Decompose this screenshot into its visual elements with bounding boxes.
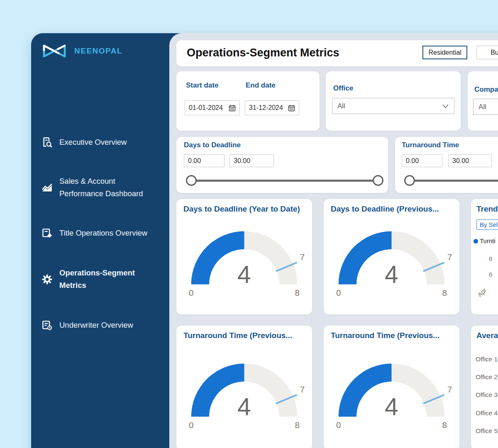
office-dropdown[interactable]: All xyxy=(332,98,454,114)
company-dropdown[interactable]: All xyxy=(473,99,498,115)
svg-text:4: 4 xyxy=(237,393,251,421)
end-date-value: 31-12-2024 xyxy=(249,104,283,112)
sidebar-item-label: Sales & Account Performance Dashboard xyxy=(59,175,150,200)
legend-dot-icon xyxy=(474,239,478,243)
days-to-deadline-filter-title: Days to Deadline xyxy=(184,141,241,149)
sidebar-item-underwriter-overview[interactable]: Underwriter Overview xyxy=(42,319,166,331)
turnaround-time-min-input[interactable]: 0.00 xyxy=(402,154,442,167)
sidebar-item-label: Operations-Segment Metrics xyxy=(59,267,150,292)
start-date-input[interactable]: 01-01-2024 xyxy=(185,100,240,115)
svg-text:8: 8 xyxy=(295,288,300,297)
svg-text:8: 8 xyxy=(295,420,300,429)
brand-name: NEENOPAL xyxy=(74,46,122,56)
sidebar-item-label: Executive Overview xyxy=(59,136,150,149)
gauge-chart: 4087 xyxy=(183,351,305,431)
days-to-deadline-slider-track[interactable] xyxy=(191,180,378,182)
svg-text:7: 7 xyxy=(300,252,305,262)
sidebar-item-sales-account-performance[interactable]: Sales & Account Performance Dashboard xyxy=(42,175,166,200)
svg-text:0: 0 xyxy=(336,288,341,297)
bar-category-label: Office 2 xyxy=(476,373,498,381)
company-label: Compa xyxy=(474,85,498,94)
gauge-card-days-to-deadline-ytd: Days to Deadline (Year to Date) 4087 xyxy=(176,199,312,314)
svg-text:4: 4 xyxy=(385,393,398,421)
gauge-card-turnaround-time-previous-1: Turnaround Time (Previous... 4087 xyxy=(176,326,312,448)
bar-category-label: Office 5 xyxy=(476,427,498,435)
sidebar-item-label: Title Operations Overview xyxy=(59,227,150,239)
turnaround-time-slider-handle-min[interactable] xyxy=(404,175,415,186)
svg-text:7: 7 xyxy=(447,252,452,262)
days-to-deadline-max-input[interactable]: 30.00 xyxy=(229,154,274,167)
gauge-title: Days to Deadline (Previous... xyxy=(331,205,439,214)
range-max-value: 30.00 xyxy=(452,157,469,165)
sidebar-item-label: Underwriter Overview xyxy=(59,319,150,331)
range-min-value: 0.00 xyxy=(188,157,201,165)
svg-text:8: 8 xyxy=(442,420,447,429)
gauge-title: Days to Deadline (Year to Date) xyxy=(183,205,300,214)
trend-chart-card xyxy=(471,199,498,314)
trend-chart-title: Trend xyxy=(476,205,498,214)
line-chart-icon xyxy=(42,182,53,193)
office-label: Office xyxy=(333,84,353,93)
average-chart-title: Avera xyxy=(476,331,498,340)
svg-text:7: 7 xyxy=(300,385,305,394)
svg-text:0: 0 xyxy=(336,420,341,429)
trend-y-tick: 8 xyxy=(489,255,492,262)
start-date-label: Start date xyxy=(186,81,218,90)
turnaround-time-filter-title: Turnaround Time xyxy=(402,141,459,149)
office-dropdown-value: All xyxy=(337,102,345,110)
turnaround-time-slider-track[interactable] xyxy=(410,180,498,182)
end-date-label: End date xyxy=(246,81,276,90)
end-date-input[interactable]: 31-12-2024 xyxy=(245,100,299,115)
calendar-icon[interactable] xyxy=(229,105,236,112)
start-date-value: 01-01-2024 xyxy=(189,104,223,112)
range-min-value: 0.00 xyxy=(406,157,419,165)
bar-category-label: Office 4 xyxy=(476,409,498,417)
trend-y-tick: 6 xyxy=(489,271,492,278)
bar-category-label: Office 3 xyxy=(476,391,498,399)
svg-text:0: 0 xyxy=(189,288,193,297)
svg-text:7: 7 xyxy=(447,385,452,394)
gauge-chart: 4087 xyxy=(183,219,305,298)
svg-text:4: 4 xyxy=(385,261,398,288)
turnaround-time-max-input[interactable]: 30.00 xyxy=(448,154,492,167)
range-max-value: 30.00 xyxy=(234,157,250,165)
sidebar-item-title-operations-overview[interactable]: Title Operations Overview xyxy=(42,227,166,239)
svg-text:8: 8 xyxy=(442,288,447,297)
days-to-deadline-slider-handle-max[interactable] xyxy=(373,175,383,186)
neenopal-logo-icon xyxy=(40,41,68,61)
gauge-chart: 4087 xyxy=(330,351,453,431)
document-gear-icon xyxy=(42,228,53,239)
gauge-title: Turnaround Time (Previous... xyxy=(331,331,439,340)
trend-legend: Turnti xyxy=(474,237,496,244)
segment-button-residential[interactable]: Residential xyxy=(422,46,467,59)
brand-logo: NEENOPAL xyxy=(40,41,122,61)
document-clock-icon xyxy=(42,320,53,331)
legend-label: Turnti xyxy=(480,237,496,244)
gauge-card-turnaround-time-previous-2: Turnaround Time (Previous... 4087 xyxy=(324,326,459,448)
segment-button-builder[interactable]: Buil xyxy=(476,46,498,59)
svg-text:0: 0 xyxy=(189,420,193,429)
sidebar-item-operations-segment-metrics[interactable]: Operations-Segment Metrics xyxy=(42,267,166,292)
by-selection-toggle-button[interactable]: By Sel xyxy=(476,219,498,230)
dashboard-stage: NEENOPAL Executive Overview Sales & Acco… xyxy=(0,0,498,448)
sidebar-item-executive-overview[interactable]: Executive Overview xyxy=(42,136,166,149)
document-search-icon xyxy=(42,137,53,148)
page-title: Operations-Segment Metrics xyxy=(187,46,339,59)
days-to-deadline-slider-handle-min[interactable] xyxy=(186,175,197,186)
bar-category-label: Office 1 xyxy=(476,355,498,363)
chevron-down-icon xyxy=(442,104,449,109)
days-to-deadline-min-input[interactable]: 0.00 xyxy=(184,154,225,167)
company-dropdown-value: All xyxy=(478,103,486,111)
calendar-icon[interactable] xyxy=(288,105,295,112)
gauge-chart: 4087 xyxy=(330,219,453,298)
gauge-title: Turnaround Time (Previous... xyxy=(183,331,292,340)
svg-text:4: 4 xyxy=(237,261,251,288)
gear-icon xyxy=(42,274,53,285)
gauge-card-days-to-deadline-previous: Days to Deadline (Previous... 4087 xyxy=(324,199,459,314)
